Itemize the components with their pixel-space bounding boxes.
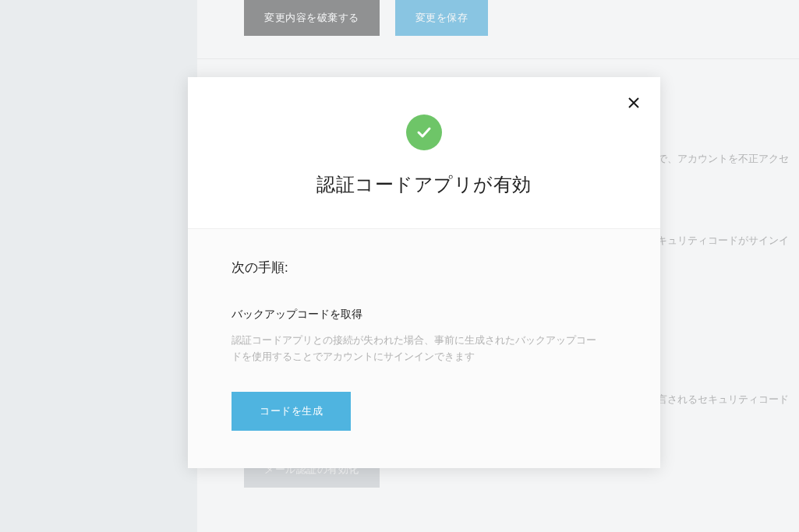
- success-check-icon: [406, 115, 442, 150]
- next-steps-heading: 次の手順:: [232, 259, 617, 277]
- modal-title: 認証コードアプリが有効: [219, 172, 629, 197]
- modal-body: 次の手順: バックアップコードを取得 認証コードアプリとの接続が失われた場合、事…: [188, 228, 660, 468]
- modal-header: 認証コードアプリが有効: [188, 77, 660, 228]
- backup-code-heading: バックアップコードを取得: [232, 308, 617, 322]
- backup-code-description: 認証コードアプリとの接続が失われた場合、事前に生成されたバックアップコードを使用…: [232, 333, 606, 365]
- close-icon: [628, 95, 640, 113]
- auth-enabled-modal: 認証コードアプリが有効 次の手順: バックアップコードを取得 認証コードアプリと…: [188, 77, 660, 468]
- close-button[interactable]: [623, 93, 645, 115]
- generate-code-button[interactable]: コードを生成: [232, 392, 351, 431]
